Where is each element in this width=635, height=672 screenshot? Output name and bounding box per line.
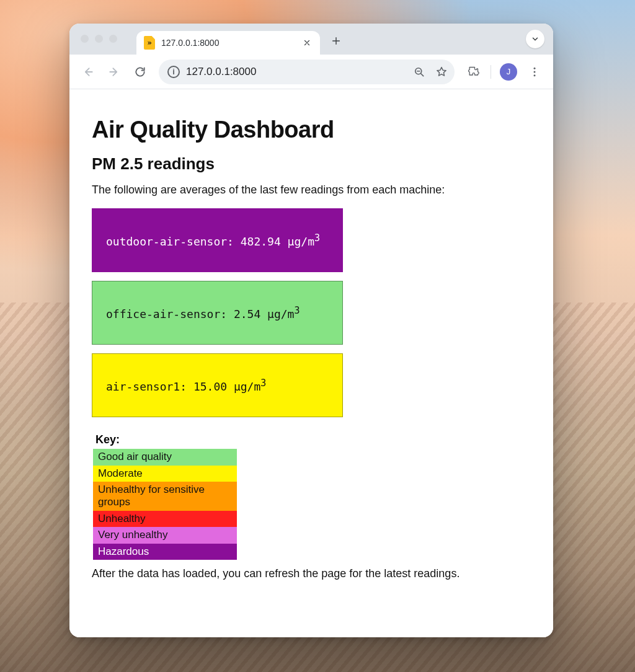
address-bar[interactable]: i 127.0.0.1:8000 — [159, 60, 455, 84]
toolbar-divider — [491, 65, 491, 79]
menu-button[interactable] — [523, 61, 546, 83]
key-row: Unhealthy — [93, 511, 237, 527]
tab-favicon: » — [144, 36, 155, 50]
svg-point-2 — [534, 71, 536, 73]
key-label: Moderate — [93, 466, 237, 482]
chevron-down-icon — [531, 35, 540, 43]
reading-unit: µg/m — [260, 307, 294, 321]
page-viewport: Air Quality Dashboard PM 2.5 readings Th… — [69, 89, 553, 637]
window-max-dot[interactable] — [109, 35, 117, 43]
key-row: Good air quality — [93, 449, 237, 465]
reload-button[interactable] — [129, 61, 151, 83]
star-icon — [435, 66, 448, 78]
key-row: Unhealthy for sensitive groups — [93, 482, 237, 511]
favicon-glyph: » — [147, 38, 151, 47]
new-tab-button[interactable] — [327, 32, 345, 50]
close-icon — [303, 39, 311, 46]
plus-icon — [331, 36, 341, 46]
reload-icon — [134, 66, 146, 78]
reading-unit-sup: 3 — [294, 305, 300, 316]
svg-point-1 — [534, 67, 536, 69]
reading-card: office-air-sensor: 2.54 µg/m3 — [92, 281, 343, 345]
readings-list: outdoor-air-sensor: 482.94 µg/m3office-a… — [92, 208, 531, 417]
key-table: Good air qualityModerateUnhealthy for se… — [93, 449, 237, 560]
window-close-dot[interactable] — [81, 35, 89, 43]
key-label: Unhealthy — [93, 511, 237, 527]
reading-name: air-sensor1: — [106, 380, 193, 393]
tab-active[interactable]: » 127.0.0.1:8000 — [136, 31, 320, 55]
reading-name: office-air-sensor: — [106, 307, 234, 321]
zoom-icon — [413, 66, 425, 78]
extensions-button[interactable] — [462, 61, 484, 83]
tab-close-button[interactable] — [301, 37, 313, 48]
section-title: PM 2.5 readings — [92, 154, 531, 174]
reading-unit: µg/m — [281, 235, 314, 248]
url-text: 127.0.0.1:8000 — [186, 66, 405, 78]
reading-card: outdoor-air-sensor: 482.94 µg/m3 — [92, 208, 343, 272]
reading-card: air-sensor1: 15.00 µg/m3 — [92, 353, 343, 417]
window-controls — [81, 35, 117, 43]
avatar-initial: J — [507, 67, 511, 76]
reading-unit: µg/m — [227, 380, 260, 393]
reading-value: 2.54 — [234, 307, 260, 321]
reading-value: 482.94 — [241, 235, 281, 248]
reading-unit-sup: 3 — [314, 232, 320, 244]
key-row: Very unhealthy — [93, 527, 237, 543]
window-min-dot[interactable] — [95, 35, 103, 43]
tab-strip: » 127.0.0.1:8000 — [69, 24, 553, 55]
key-label: Hazardous — [93, 544, 237, 560]
key-header: Key: — [95, 433, 531, 446]
zoom-button[interactable] — [411, 64, 427, 80]
profile-avatar[interactable]: J — [500, 63, 517, 81]
forward-button[interactable] — [103, 61, 125, 83]
browser-window: » 127.0.0.1:8000 i 127.0.0.1:8000 — [69, 24, 553, 637]
bookmark-button[interactable] — [433, 64, 450, 80]
arrow-right-icon — [108, 66, 120, 78]
intro-text: The following are averages of the last f… — [92, 182, 531, 197]
site-info-icon[interactable]: i — [167, 66, 180, 78]
footer-text: After the data has loaded, you can refre… — [92, 566, 531, 581]
back-button[interactable] — [77, 61, 99, 83]
tab-list-dropdown[interactable] — [526, 30, 544, 48]
arrow-left-icon — [82, 66, 94, 78]
key-label: Very unhealthy — [93, 527, 237, 543]
key-label: Unhealthy for sensitive groups — [93, 482, 237, 511]
key-label: Good air quality — [93, 449, 237, 465]
key-row: Moderate — [93, 466, 237, 482]
puzzle-icon — [467, 66, 479, 78]
svg-point-3 — [534, 74, 536, 76]
dashboard-card: Air Quality Dashboard PM 2.5 readings Th… — [81, 100, 542, 611]
toolbar: i 127.0.0.1:8000 J — [69, 55, 553, 89]
reading-unit-sup: 3 — [260, 378, 266, 389]
page-title: Air Quality Dashboard — [92, 117, 531, 143]
reading-name: outdoor-air-sensor: — [106, 235, 241, 248]
kebab-icon — [528, 66, 541, 78]
key-row: Hazardous — [93, 544, 237, 560]
tab-title: 127.0.0.1:8000 — [161, 38, 295, 48]
reading-value: 15.00 — [193, 380, 227, 393]
